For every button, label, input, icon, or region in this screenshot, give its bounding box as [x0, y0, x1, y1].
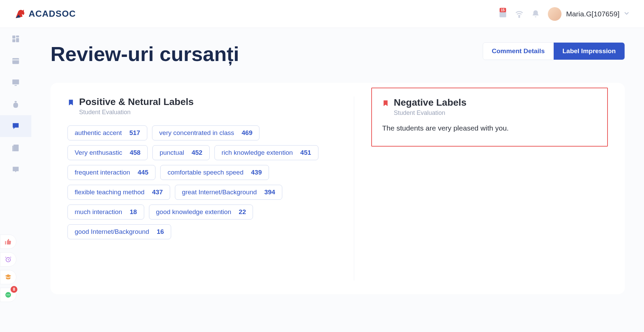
svg-point-16	[8, 295, 9, 295]
sidebar-item-dashboard[interactable]	[0, 28, 31, 50]
label-chip[interactable]: flexible teaching method437	[68, 185, 170, 200]
sidebar-item-calendar[interactable]	[0, 50, 31, 72]
view-tabs: Comment Details Label Impression	[483, 42, 625, 60]
bookmark-icon	[382, 99, 389, 107]
svg-rect-2	[12, 35, 15, 39]
negative-highlight-box: Negative Labels Student Evaluation The s…	[371, 88, 608, 147]
label-chip[interactable]: authentic accent517	[68, 125, 147, 140]
label-chip-count: 517	[129, 129, 140, 137]
labels-card: Positive & Netural Labels Student Evalua…	[50, 83, 625, 294]
label-chip[interactable]: much interaction18	[68, 205, 144, 220]
label-chip-count: 469	[242, 129, 253, 137]
label-chip-text: much interaction	[75, 208, 122, 216]
label-chip-text: Very enthusastic	[75, 149, 122, 156]
label-chip-text: great Internet/Background	[182, 188, 257, 196]
sidebar-item-monitor[interactable]	[0, 72, 31, 93]
bell-icon[interactable]	[527, 6, 544, 22]
label-chip-text: authentic accent	[75, 129, 122, 137]
label-chip-count: 16	[157, 228, 164, 236]
float-graduation[interactable]	[0, 270, 16, 284]
tab-label-impression[interactable]: Label Impression	[554, 43, 625, 60]
label-chip-text: good knowledge extention	[156, 208, 231, 216]
label-chip[interactable]: Very enthusastic458	[68, 145, 148, 160]
positive-column: Positive & Netural Labels Student Evalua…	[68, 96, 340, 281]
app-header: ACADSOC 15 Maria.G[107659]	[0, 0, 644, 28]
rooster-icon	[14, 8, 26, 20]
positive-labels-list: authentic accent517very concentrated in …	[68, 125, 340, 239]
wifi-icon[interactable]	[511, 6, 527, 22]
svg-rect-3	[16, 35, 19, 37]
label-chip[interactable]: punctual452	[152, 145, 210, 160]
label-chip[interactable]: good Internet/Background16	[68, 224, 171, 239]
label-chip-text: very concentrated in class	[159, 129, 234, 137]
label-chip[interactable]: comfortable speech speed439	[160, 165, 269, 180]
negative-subtitle: Student Evaluation	[394, 109, 466, 117]
brand-logo[interactable]: ACADSOC	[14, 8, 76, 20]
label-chip-count: 437	[152, 188, 163, 196]
sidebar-item-earnings[interactable]	[0, 93, 31, 115]
svg-point-17	[9, 295, 10, 295]
label-chip[interactable]: frequent interaction445	[68, 165, 155, 180]
label-chip-count: 22	[239, 208, 246, 216]
label-chip-text: rich knowledge extention	[222, 149, 293, 156]
label-chip-count: 458	[130, 149, 140, 156]
label-chip[interactable]: good knowledge extention22	[149, 205, 253, 220]
svg-rect-4	[16, 38, 19, 42]
label-chip-count: 18	[130, 208, 137, 216]
float-alarm[interactable]	[0, 252, 16, 267]
negative-title: Negative Labels	[394, 97, 466, 108]
svg-rect-11	[14, 145, 19, 151]
svg-rect-10	[15, 85, 17, 86]
label-chip[interactable]: great Internet/Background394	[175, 185, 282, 200]
label-chip[interactable]: rich knowledge extention451	[214, 145, 318, 160]
label-chip-text: comfortable speech speed	[167, 169, 243, 176]
positive-subtitle: Student Evaluation	[79, 109, 194, 116]
label-chip-count: 451	[300, 149, 311, 156]
label-chip-count: 445	[138, 169, 149, 176]
label-chip-text: frequent interaction	[75, 169, 130, 176]
float-chat[interactable]: 8	[0, 288, 16, 302]
calendar-badge-count: 15	[499, 8, 506, 12]
sidebar-item-feedback[interactable]	[0, 159, 31, 181]
svg-point-15	[6, 295, 7, 295]
label-chip-text: flexible teaching method	[75, 188, 145, 196]
label-chip-count: 394	[264, 188, 275, 196]
user-avatar[interactable]	[548, 7, 561, 21]
svg-rect-5	[12, 39, 15, 42]
calendar-badge-icon[interactable]: 15	[495, 6, 511, 22]
sidebar-item-documents[interactable]	[0, 137, 31, 159]
main-content: Review-uri cursanți Comment Details Labe…	[31, 28, 644, 332]
label-chip-text: good Internet/Background	[75, 228, 149, 236]
svg-rect-12	[12, 146, 13, 151]
sidebar-item-reviews[interactable]	[0, 115, 31, 137]
negative-column: Negative Labels Student Evaluation The s…	[354, 96, 608, 281]
positive-title: Positive & Netural Labels	[79, 96, 194, 107]
user-name-label: Maria.G[107659]	[566, 10, 619, 18]
svg-rect-9	[12, 79, 19, 84]
svg-rect-0	[499, 11, 506, 17]
float-thumbs-up[interactable]	[0, 235, 16, 249]
label-chip-count: 439	[251, 169, 262, 176]
bookmark-icon	[68, 98, 74, 107]
label-chip[interactable]: very concentrated in class469	[152, 125, 259, 140]
negative-message: The students are very pleased with you.	[382, 124, 597, 132]
label-chip-count: 452	[192, 149, 203, 156]
brand-text: ACADSOC	[29, 9, 76, 19]
float-chat-badge: 8	[11, 286, 17, 293]
svg-point-1	[519, 16, 520, 17]
label-chip-text: punctual	[160, 149, 184, 156]
tab-comment-details[interactable]: Comment Details	[483, 43, 554, 60]
chevron-down-icon[interactable]	[623, 10, 630, 18]
